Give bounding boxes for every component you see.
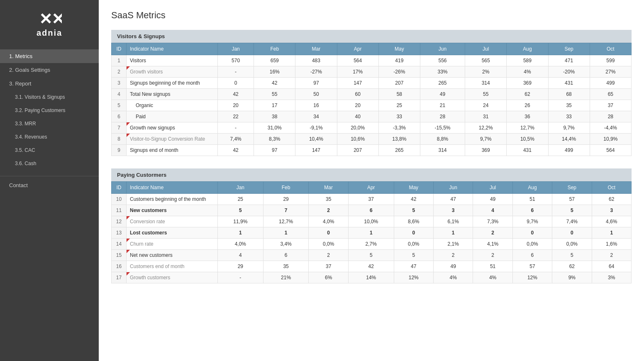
row-value: 62 <box>507 89 548 100</box>
row-value: 8,8% <box>420 134 465 145</box>
row-value: 9,7% <box>548 122 590 134</box>
sidebar-item-metrics[interactable]: 1. Metrics <box>0 49 99 63</box>
col-may: May <box>378 43 420 55</box>
table-row: 6Paid22383440332831363328 <box>112 111 632 122</box>
row-value: 10,5% <box>507 134 548 145</box>
row-value: 47 <box>433 194 473 205</box>
col-jan: Jan <box>218 43 254 55</box>
row-value: 22 <box>218 111 254 122</box>
row-value: 13,8% <box>378 134 420 145</box>
table-row: 3Signups beginning of the month042971472… <box>112 78 632 89</box>
row-value: 21 <box>420 100 465 111</box>
row-value: 7,3% <box>473 216 512 227</box>
row-value: 8,3% <box>254 134 295 145</box>
row-value: 51 <box>512 194 552 205</box>
row-value: 6 <box>348 205 394 216</box>
row-value: 2 <box>433 250 473 261</box>
col-apr: Apr <box>337 43 378 55</box>
row-value: 25 <box>218 194 263 205</box>
row-value: 38 <box>254 111 295 122</box>
row-value: 1 <box>592 227 631 239</box>
row-value: 35 <box>263 261 309 272</box>
col-aug-p: Aug <box>512 182 552 194</box>
red-indicator-mark <box>127 122 130 126</box>
col-mar: Mar <box>295 43 337 55</box>
row-value: 5 <box>394 250 433 261</box>
row-value: 6% <box>309 272 348 283</box>
sidebar-item-goals[interactable]: 2. Goals Settings <box>0 63 99 77</box>
row-value: 10,0% <box>348 216 394 227</box>
row-value: 6 <box>512 250 552 261</box>
contact-link[interactable]: Contact <box>0 178 99 193</box>
row-value: 27% <box>590 66 631 78</box>
col-may-p: May <box>394 182 433 194</box>
row-value: 20 <box>337 100 378 111</box>
sidebar-item-cac[interactable]: 3.5. CAC <box>0 144 99 157</box>
row-value: 265 <box>378 145 420 156</box>
row-value: 564 <box>337 55 378 66</box>
row-name: Churn rate <box>127 239 218 250</box>
row-value: 565 <box>465 55 507 66</box>
row-value: 26 <box>507 100 548 111</box>
paying-table-header: ID Indicator Name Jan Feb Mar Apr May Ju… <box>112 182 632 194</box>
row-name: Organic <box>127 100 218 111</box>
col-jun: Jun <box>420 43 465 55</box>
col-id: ID <box>112 43 127 55</box>
row-value: 0,0% <box>552 239 592 250</box>
row-value: 4% <box>433 272 473 283</box>
table-row: 16Customers end of month2935374247495157… <box>112 261 632 272</box>
red-indicator-mark <box>127 66 130 70</box>
row-value: 8,6% <box>394 216 433 227</box>
col-feb-p: Feb <box>263 182 309 194</box>
row-name: New customers <box>127 205 218 216</box>
row-value: 4 <box>473 205 512 216</box>
row-name: Lost customers <box>127 227 218 239</box>
row-value: 37 <box>590 100 631 111</box>
red-indicator-mark <box>127 134 130 137</box>
row-id: 11 <box>112 205 127 216</box>
row-id: 14 <box>112 239 127 250</box>
row-id: 13 <box>112 227 127 239</box>
visitors-section: Visitors & Signups ID Indicator Name Jan… <box>111 30 632 156</box>
row-value: 431 <box>507 145 548 156</box>
sidebar-item-report[interactable]: 3. Report <box>0 77 99 90</box>
sidebar-item-cash[interactable]: 3.6. Cash <box>0 157 99 170</box>
sidebar-item-mrr[interactable]: 3.3. MRR <box>0 117 99 130</box>
row-value: 5 <box>218 205 263 216</box>
row-id: 4 <box>112 89 127 100</box>
row-value: 499 <box>590 78 631 89</box>
row-value: 62 <box>552 261 592 272</box>
row-value: 2 <box>309 205 348 216</box>
row-value: -26% <box>378 66 420 78</box>
table-row: 13Lost customers1101012001 <box>112 227 632 239</box>
row-value: 3% <box>592 272 631 283</box>
row-name: Growth visitors <box>127 66 218 78</box>
row-value: 570 <box>218 55 254 66</box>
row-value: 57 <box>512 261 552 272</box>
row-value: 35 <box>309 194 348 205</box>
row-value: 97 <box>254 145 295 156</box>
row-value: 1 <box>433 227 473 239</box>
table-row: 12Conversion rate11,9%12,7%4,0%10,0%8,6%… <box>112 216 632 227</box>
row-value: 14% <box>348 272 394 283</box>
row-value: 0 <box>394 227 433 239</box>
row-value: 40 <box>337 111 378 122</box>
sidebar: ✕✕ adnia 1. Metrics 2. Goals Settings 3.… <box>0 0 99 361</box>
table-row: 5Organic20171620252124263537 <box>112 100 632 111</box>
row-value: 12% <box>512 272 552 283</box>
paying-section: Paying Custormers ID Indicator Name Jan … <box>111 168 632 283</box>
sidebar-item-revenues[interactable]: 3.4. Revenues <box>0 130 99 144</box>
col-indicator-p: Indicator Name <box>127 182 218 194</box>
sidebar-item-paying[interactable]: 3.2. Paying Customers <box>0 104 99 117</box>
row-value: 369 <box>507 78 548 89</box>
row-value: 21% <box>263 272 309 283</box>
row-value: 659 <box>254 55 295 66</box>
table-row: 15Net new customers4625522652 <box>112 250 632 261</box>
row-value: 28 <box>420 111 465 122</box>
col-apr-p: Apr <box>348 182 394 194</box>
row-value: 42 <box>254 78 295 89</box>
logo-icon: ✕✕ <box>0 10 99 27</box>
row-name: Visitor-to-Signup Conversion Rate <box>127 134 218 145</box>
sidebar-item-visitors[interactable]: 3.1. Visitors & Signups <box>0 90 99 104</box>
visitors-table: ID Indicator Name Jan Feb Mar Apr May Ju… <box>111 43 632 156</box>
